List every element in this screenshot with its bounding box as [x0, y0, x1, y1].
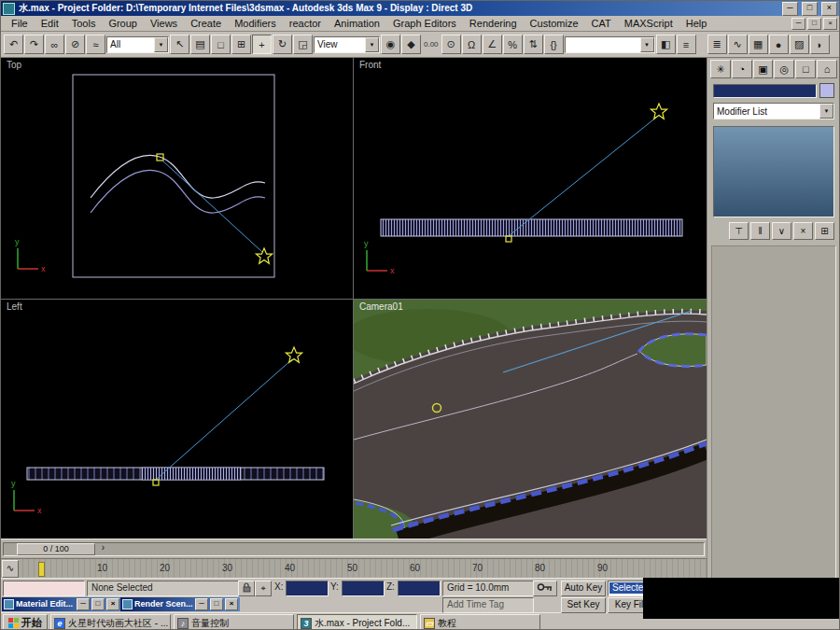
curve-editor-icon[interactable]: ∿: [728, 35, 748, 54]
current-frame-marker[interactable]: [38, 562, 45, 577]
viewport-front-label[interactable]: Front: [359, 60, 381, 70]
menu-edit[interactable]: Edit: [35, 17, 65, 30]
modifier-list-combo[interactable]: Modifier List ▼: [713, 103, 834, 119]
star-helper[interactable]: [286, 347, 301, 362]
camera-viewport-canvas[interactable]: [354, 300, 707, 539]
auto-key-button[interactable]: Auto Key: [561, 581, 606, 596]
utilities-tab-icon[interactable]: ⌂: [817, 60, 837, 78]
modifier-stack-list[interactable]: [713, 126, 834, 217]
close-icon[interactable]: ×: [106, 598, 119, 610]
named-selection-sets-icon[interactable]: {}: [544, 35, 564, 54]
percent-snap-icon[interactable]: %: [503, 35, 523, 54]
menu-group[interactable]: Group: [102, 17, 144, 30]
motion-tab-icon[interactable]: ◎: [774, 60, 794, 78]
use-pivot-center-icon[interactable]: ◉: [381, 35, 400, 54]
time-slider-track[interactable]: 0 / 100 ›: [3, 542, 705, 556]
menu-graph-editors[interactable]: Graph Editors: [386, 17, 463, 30]
path-line[interactable]: [162, 161, 262, 252]
vertex-marker[interactable]: [153, 480, 159, 485]
plane-outline[interactable]: [73, 75, 274, 277]
maximize-icon[interactable]: □: [91, 598, 105, 610]
keyboard-override-icon[interactable]: ⊙: [441, 35, 461, 54]
add-time-tag[interactable]: Add Time Tag: [442, 597, 534, 613]
menu-help[interactable]: Help: [679, 17, 714, 30]
mini-curve-editor-button[interactable]: ∿: [2, 560, 19, 578]
dropdown-arrow-icon[interactable]: ▼: [154, 37, 168, 52]
star-helper[interactable]: [256, 248, 272, 263]
quick-render-icon[interactable]: ◗: [810, 35, 830, 54]
create-tab-icon[interactable]: ✳: [710, 60, 731, 78]
set-keys-key-icon[interactable]: [533, 581, 557, 596]
set-key-button[interactable]: Set Key: [561, 597, 606, 613]
dropdown-arrow-icon[interactable]: ▼: [640, 37, 654, 52]
road-spline-outer[interactable]: [91, 156, 265, 199]
dropdown-arrow-icon[interactable]: ▼: [819, 104, 833, 119]
select-and-manipulate-icon[interactable]: ◆: [401, 35, 421, 54]
z-coordinate-field[interactable]: [398, 581, 441, 596]
restore-icon[interactable]: ─: [77, 598, 90, 610]
menu-views[interactable]: Views: [144, 17, 184, 30]
schematic-view-icon[interactable]: ▦: [749, 35, 768, 54]
select-by-name-icon[interactable]: ▤: [190, 35, 210, 54]
menu-cat[interactable]: CAT: [585, 17, 618, 30]
mdi-close-button[interactable]: ×: [823, 18, 837, 30]
object-name-field[interactable]: [713, 84, 817, 98]
select-and-link-icon[interactable]: ∞: [45, 35, 64, 54]
configure-modifier-sets-icon[interactable]: ⊞: [815, 222, 834, 240]
path-line[interactable]: [510, 117, 657, 235]
undo-icon[interactable]: ↶: [4, 35, 23, 54]
y-coordinate-field[interactable]: [342, 581, 385, 596]
mirror-icon[interactable]: ◧: [656, 35, 676, 54]
hierarchy-tab-icon[interactable]: ▣: [753, 60, 774, 78]
dropdown-arrow-icon[interactable]: ▼: [365, 37, 379, 52]
remove-modifier-icon[interactable]: ×: [793, 222, 813, 240]
restore-icon[interactable]: ─: [195, 598, 208, 610]
window-crossing-icon[interactable]: ⊞: [231, 35, 251, 54]
road-elevation-dense[interactable]: [142, 468, 241, 480]
time-slider-handle[interactable]: 0 / 100: [17, 543, 95, 555]
unlink-selection-icon[interactable]: ⊘: [65, 35, 85, 54]
align-icon[interactable]: ≡: [677, 35, 696, 54]
road-spline-inner[interactable]: [91, 171, 265, 214]
snap-toggle-icon[interactable]: Ω: [462, 35, 482, 54]
layer-manager-icon[interactable]: ≣: [707, 35, 727, 54]
display-tab-icon[interactable]: □: [795, 60, 816, 78]
star-helper[interactable]: [651, 104, 666, 119]
maximize-icon[interactable]: □: [210, 598, 223, 610]
top-viewport-canvas[interactable]: x y: [1, 58, 353, 299]
absolute-mode-icon[interactable]: ⌖: [255, 581, 272, 596]
minimized-render-scene[interactable]: Render Scen... ─ □ ×: [120, 597, 240, 611]
menu-customize[interactable]: Customize: [524, 17, 585, 30]
spinner-snap-icon[interactable]: ⇅: [524, 35, 543, 54]
left-viewport-canvas[interactable]: x y: [1, 300, 353, 539]
taskbar-item-tutorial[interactable]: ▭ 教程: [420, 614, 540, 630]
taskbar-item-volume[interactable]: ♪ 音量控制: [174, 614, 294, 630]
vertex-marker[interactable]: [506, 236, 511, 242]
viewport-left[interactable]: Left: [1, 300, 353, 539]
menu-modifiers[interactable]: Modifiers: [228, 17, 283, 30]
menu-file[interactable]: File: [5, 17, 35, 30]
taskbar-item-3dsmax[interactable]: 3 水.max - Project Fold...: [297, 614, 417, 630]
select-and-scale-icon[interactable]: ◲: [293, 35, 313, 54]
x-coordinate-field[interactable]: [286, 581, 329, 596]
angle-snap-icon[interactable]: ∠: [483, 35, 502, 54]
maximize-button[interactable]: □: [802, 2, 818, 16]
viewport-left-label[interactable]: Left: [7, 301, 22, 312]
select-object-icon[interactable]: ↖: [170, 35, 189, 54]
viewport-camera-label[interactable]: Camera01: [359, 301, 403, 312]
menu-rendering[interactable]: Rendering: [463, 17, 524, 30]
render-setup-icon[interactable]: ▨: [790, 35, 809, 54]
close-button[interactable]: ×: [821, 2, 837, 16]
material-editor-icon[interactable]: ●: [769, 35, 789, 54]
menu-animation[interactable]: Animation: [328, 17, 386, 30]
bind-to-space-warp-icon[interactable]: ≈: [86, 35, 105, 54]
select-and-rotate-icon[interactable]: ↻: [273, 35, 292, 54]
select-and-move-icon[interactable]: +: [252, 35, 272, 54]
show-end-result-icon[interactable]: ‖: [750, 222, 770, 240]
next-frame-arrow-icon[interactable]: ›: [97, 543, 109, 553]
pin-stack-icon[interactable]: ⊤: [729, 222, 749, 240]
make-unique-icon[interactable]: ∨: [772, 222, 791, 240]
named-selection-combo[interactable]: ▼: [565, 36, 655, 53]
menu-create[interactable]: Create: [184, 17, 228, 30]
rectangular-selection-icon[interactable]: □: [211, 35, 231, 54]
